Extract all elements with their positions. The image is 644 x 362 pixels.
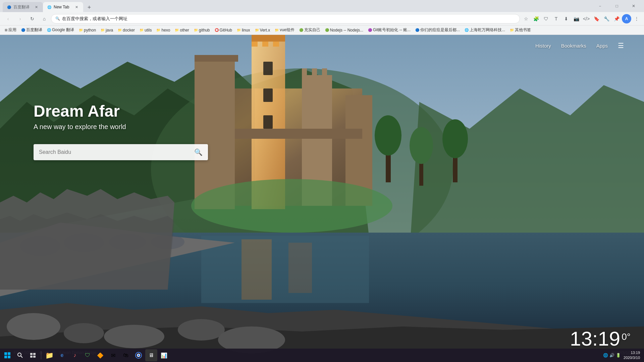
file-explorer-taskbar[interactable]: 📁 (43, 349, 55, 361)
edge-taskbar[interactable]: e (56, 349, 68, 361)
main-title: Dream Afar (34, 102, 208, 120)
extension3-icon[interactable]: 📌 (612, 14, 621, 23)
bookmark-utils[interactable]: 📁 utils (138, 26, 154, 34)
devtools-icon[interactable]: </> (582, 14, 591, 23)
folder-docker-icon: 📁 (118, 28, 122, 32)
google-translate-icon: 🌐 (47, 28, 51, 32)
maximize-button[interactable]: □ (609, 0, 625, 12)
svg-rect-53 (4, 356, 7, 358)
search-button[interactable]: 🔍 (194, 148, 203, 156)
shanghai-icon: 🌐 (465, 28, 469, 32)
task-view-button[interactable] (27, 349, 39, 361)
media-taskbar[interactable]: ♪ (69, 349, 81, 361)
profile-icon[interactable]: A (622, 14, 631, 23)
app9-taskbar[interactable]: 📊 (158, 349, 170, 361)
close-button[interactable]: ✕ (626, 0, 641, 12)
baidu-bookmark-icon: 🔵 (21, 28, 25, 32)
new-tab-button[interactable]: + (85, 3, 94, 12)
folder-java-icon: 📁 (101, 28, 105, 32)
bookmark-linux[interactable]: 📁 linux (235, 26, 252, 34)
bookmark-python[interactable]: 📁 python (77, 26, 98, 34)
search-box: 🔍 (34, 144, 208, 160)
bookmark-github[interactable]: ⭕ GitHub (213, 26, 234, 34)
top-navigation: History Bookmarks Apps ☰ (535, 42, 624, 50)
bookmarks-link[interactable]: Bookmarks (561, 43, 586, 49)
menu-icon[interactable]: ☰ (618, 42, 624, 50)
search-input[interactable] (39, 149, 191, 155)
bookmark-docker-label: docker (123, 28, 135, 33)
mail-taskbar[interactable]: ✉ (107, 349, 119, 361)
clock-temp: 0° (622, 331, 631, 342)
bookmark-baidu-translate[interactable]: 🔵 百度翻译 (19, 26, 44, 34)
home-button[interactable]: ⌂ (39, 13, 50, 24)
main-page: History Bookmarks Apps ☰ Dream Afar A ne… (0, 35, 644, 362)
tab-new-tab[interactable]: 🌐 New Tab ✕ (43, 2, 83, 12)
tab-close-2[interactable]: ✕ (74, 4, 79, 10)
bookmark-vertx[interactable]: 📁 Vert.x (253, 26, 272, 34)
svg-rect-52 (8, 352, 10, 355)
app8-taskbar[interactable]: 🖥 (145, 349, 157, 361)
store-taskbar[interactable]: 🛍 (120, 349, 132, 361)
refresh-button[interactable]: ↻ (27, 13, 38, 24)
back-button[interactable]: ‹ (3, 13, 13, 24)
address-bar[interactable]: 🔍 在百度中搜索，或者输入一个网址 (51, 14, 520, 23)
folder-github-icon: 📁 (194, 28, 198, 32)
bookmark-hexo[interactable]: 📁 hexo (154, 26, 172, 34)
extensions-icon[interactable]: 🧩 (531, 14, 541, 23)
app6-taskbar[interactable]: 🔶 (94, 349, 106, 361)
skincare-icon: 🔵 (415, 28, 419, 32)
battery-icon[interactable]: 🔋 (616, 353, 621, 358)
apps-bookmark-icon: ⊞ (5, 28, 7, 32)
bookmark-nodejs[interactable]: 🟢 Nodejs -- Nodejs... (323, 26, 365, 34)
apps-link[interactable]: Apps (596, 43, 608, 49)
network-icon[interactable]: 🌐 (603, 353, 608, 358)
bookmark-star-icon[interactable]: ☆ (521, 14, 531, 23)
volume-icon[interactable]: 🔊 (609, 353, 614, 358)
github-icon: ⭕ (215, 28, 219, 32)
bookmark-java[interactable]: 📁 java (99, 26, 115, 34)
nav-bar: ‹ › ↻ ⌂ 🔍 在百度中搜索，或者输入一个网址 ☆ 🧩 🛡 T ⬇ 📷 </… (0, 12, 644, 25)
bookmark-other[interactable]: 📁 other (173, 26, 191, 34)
bookmark-github-label: GitHub (220, 28, 232, 33)
antivirus-taskbar[interactable]: 🛡 (82, 349, 94, 361)
bookmark-vue[interactable]: 📁 vue组件 (273, 26, 296, 34)
taskbar-date-display: 2020/3/10 (624, 355, 640, 360)
window-controls: － □ ✕ (592, 0, 641, 12)
bookmark-git-init[interactable]: 🟣 Git账号初始化 -- 账... (366, 26, 413, 34)
taskbar-time-display: 13:19 (624, 350, 640, 355)
shield-icon[interactable]: 🛡 (541, 14, 551, 23)
bookmark-docker[interactable]: 📁 docker (116, 26, 137, 34)
tab-close-1[interactable]: ✕ (34, 4, 39, 10)
menu-icon[interactable]: ⋮ (632, 14, 641, 23)
bookmark-apps[interactable]: ⊞ 应用 (3, 26, 18, 34)
bookmark-shanghai[interactable]: 🌐 上海乾万网络科技... (463, 26, 507, 34)
download-icon[interactable]: ⬇ (561, 14, 571, 23)
bookmark-self-improve[interactable]: 🟢 充实自己 (297, 26, 322, 34)
search-taskbar-button[interactable] (14, 349, 26, 361)
forward-button[interactable]: › (15, 13, 25, 24)
bookmark-mgr-icon[interactable]: 🔖 (592, 14, 601, 23)
bookmark-github-folder[interactable]: 📁 github (192, 26, 212, 34)
bookmark-skincare[interactable]: 🔵 你们的痘痘是最后都... (413, 26, 462, 34)
minimize-button[interactable]: － (592, 0, 608, 12)
tab-baidu-translate[interactable]: 🔵 百度翻译 ✕ (3, 2, 43, 12)
taskbar-clock[interactable]: 13:19 2020/3/10 (624, 350, 640, 361)
start-button[interactable] (1, 349, 13, 361)
git-init-icon: 🟣 (368, 28, 372, 32)
bookmark-others-folder[interactable]: 📁 其他书签 (508, 26, 533, 34)
history-link[interactable]: History (535, 43, 551, 49)
bookmark-google-translate[interactable]: 🌐 Google 翻译 (45, 26, 76, 34)
svg-point-63 (138, 354, 140, 356)
clock-time: 13:19 (570, 329, 620, 349)
extension2-icon[interactable]: 🔧 (602, 14, 611, 23)
main-subtitle: A new way to explore the world (34, 123, 208, 131)
translate-icon[interactable]: T (551, 14, 561, 23)
tab-title-1: 百度翻译 (13, 4, 32, 10)
windows-taskbar: 📁 e ♪ 🛡 🔶 ✉ 🛍 🖥 📊 🌐 🔊 🔋 13:19 2020/3/10 (0, 349, 644, 362)
chrome-taskbar[interactable] (132, 349, 145, 361)
bookmark-java-label: java (106, 28, 113, 33)
bookmark-self-improve-label: 充实自己 (304, 27, 320, 33)
folder-vertx-icon: 📁 (255, 28, 259, 32)
screenshot-icon[interactable]: 📷 (572, 14, 581, 23)
taskbar-divider-1 (41, 351, 41, 359)
